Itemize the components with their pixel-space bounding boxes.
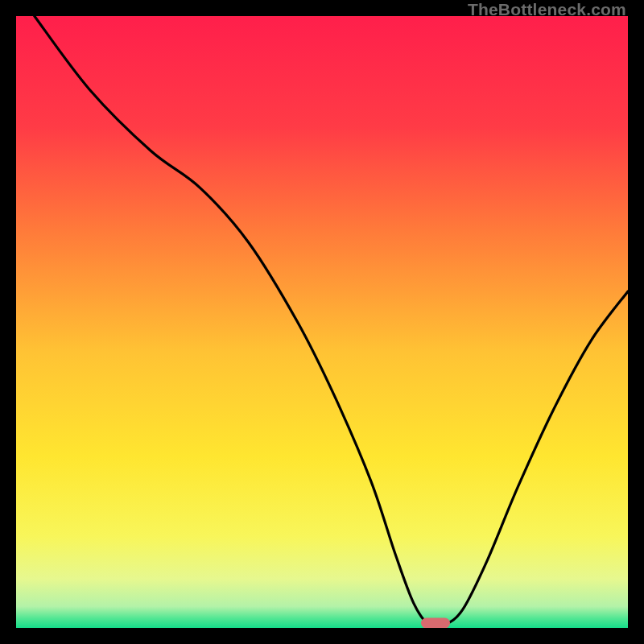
bottleneck-curve (16, 16, 628, 628)
chart-frame: TheBottleneck.com (0, 0, 644, 644)
plot-area (16, 16, 628, 628)
optimal-point-marker (421, 617, 450, 628)
